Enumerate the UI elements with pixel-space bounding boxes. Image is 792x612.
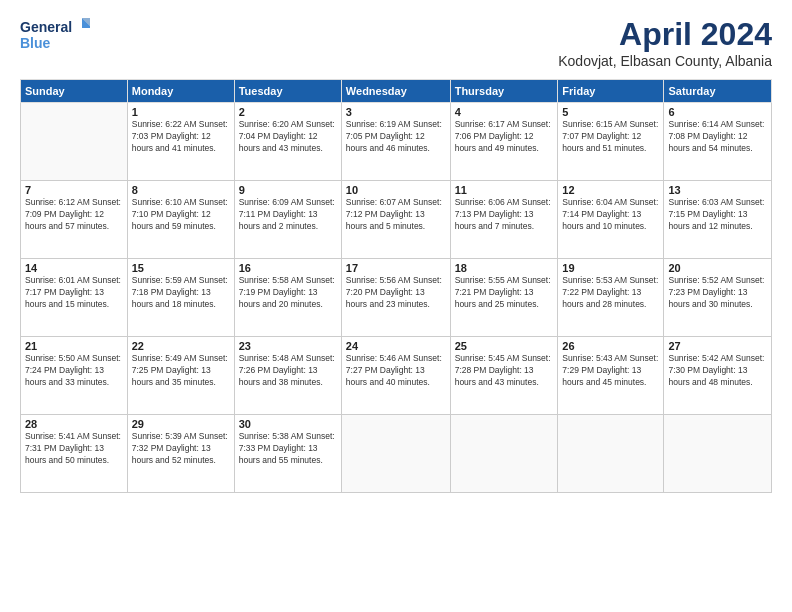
day-number: 13 (668, 184, 767, 196)
day-info: Sunrise: 5:59 AM Sunset: 7:18 PM Dayligh… (132, 275, 230, 311)
calendar-day-cell: 27Sunrise: 5:42 AM Sunset: 7:30 PM Dayli… (664, 337, 772, 415)
calendar-day-cell: 11Sunrise: 6:06 AM Sunset: 7:13 PM Dayli… (450, 181, 558, 259)
calendar-day-cell: 9Sunrise: 6:09 AM Sunset: 7:11 PM Daylig… (234, 181, 341, 259)
day-number: 7 (25, 184, 123, 196)
calendar-day-cell: 2Sunrise: 6:20 AM Sunset: 7:04 PM Daylig… (234, 103, 341, 181)
day-info: Sunrise: 6:04 AM Sunset: 7:14 PM Dayligh… (562, 197, 659, 233)
day-number: 6 (668, 106, 767, 118)
day-info: Sunrise: 6:09 AM Sunset: 7:11 PM Dayligh… (239, 197, 337, 233)
day-info: Sunrise: 6:12 AM Sunset: 7:09 PM Dayligh… (25, 197, 123, 233)
calendar-day-cell: 6Sunrise: 6:14 AM Sunset: 7:08 PM Daylig… (664, 103, 772, 181)
calendar-day-cell (21, 103, 128, 181)
day-info: Sunrise: 6:03 AM Sunset: 7:15 PM Dayligh… (668, 197, 767, 233)
day-info: Sunrise: 5:38 AM Sunset: 7:33 PM Dayligh… (239, 431, 337, 467)
weekday-header: Sunday (21, 80, 128, 103)
weekday-header: Friday (558, 80, 664, 103)
logo: General Blue (20, 16, 90, 56)
calendar-day-cell: 21Sunrise: 5:50 AM Sunset: 7:24 PM Dayli… (21, 337, 128, 415)
day-number: 28 (25, 418, 123, 430)
calendar-day-cell: 30Sunrise: 5:38 AM Sunset: 7:33 PM Dayli… (234, 415, 341, 493)
calendar-body: 1Sunrise: 6:22 AM Sunset: 7:03 PM Daylig… (21, 103, 772, 493)
day-number: 21 (25, 340, 123, 352)
calendar-header: SundayMondayTuesdayWednesdayThursdayFrid… (21, 80, 772, 103)
day-info: Sunrise: 6:01 AM Sunset: 7:17 PM Dayligh… (25, 275, 123, 311)
svg-text:Blue: Blue (20, 35, 51, 51)
calendar-day-cell: 17Sunrise: 5:56 AM Sunset: 7:20 PM Dayli… (341, 259, 450, 337)
calendar-day-cell (558, 415, 664, 493)
calendar-day-cell: 1Sunrise: 6:22 AM Sunset: 7:03 PM Daylig… (127, 103, 234, 181)
day-number: 11 (455, 184, 554, 196)
calendar-week-row: 28Sunrise: 5:41 AM Sunset: 7:31 PM Dayli… (21, 415, 772, 493)
day-number: 29 (132, 418, 230, 430)
header: General Blue April 2024 Kodovjat, Elbasa… (20, 16, 772, 69)
month-title: April 2024 (558, 16, 772, 53)
day-number: 20 (668, 262, 767, 274)
day-info: Sunrise: 6:15 AM Sunset: 7:07 PM Dayligh… (562, 119, 659, 155)
day-number: 16 (239, 262, 337, 274)
day-info: Sunrise: 6:06 AM Sunset: 7:13 PM Dayligh… (455, 197, 554, 233)
calendar-week-row: 14Sunrise: 6:01 AM Sunset: 7:17 PM Dayli… (21, 259, 772, 337)
svg-text:General: General (20, 19, 72, 35)
day-number: 10 (346, 184, 446, 196)
day-info: Sunrise: 5:56 AM Sunset: 7:20 PM Dayligh… (346, 275, 446, 311)
day-info: Sunrise: 5:43 AM Sunset: 7:29 PM Dayligh… (562, 353, 659, 389)
calendar-day-cell: 7Sunrise: 6:12 AM Sunset: 7:09 PM Daylig… (21, 181, 128, 259)
calendar-day-cell: 5Sunrise: 6:15 AM Sunset: 7:07 PM Daylig… (558, 103, 664, 181)
day-info: Sunrise: 6:10 AM Sunset: 7:10 PM Dayligh… (132, 197, 230, 233)
day-number: 15 (132, 262, 230, 274)
day-info: Sunrise: 6:14 AM Sunset: 7:08 PM Dayligh… (668, 119, 767, 155)
day-info: Sunrise: 5:58 AM Sunset: 7:19 PM Dayligh… (239, 275, 337, 311)
calendar-day-cell: 13Sunrise: 6:03 AM Sunset: 7:15 PM Dayli… (664, 181, 772, 259)
header-row: SundayMondayTuesdayWednesdayThursdayFrid… (21, 80, 772, 103)
day-info: Sunrise: 5:55 AM Sunset: 7:21 PM Dayligh… (455, 275, 554, 311)
day-number: 19 (562, 262, 659, 274)
calendar-day-cell: 29Sunrise: 5:39 AM Sunset: 7:32 PM Dayli… (127, 415, 234, 493)
calendar-day-cell: 8Sunrise: 6:10 AM Sunset: 7:10 PM Daylig… (127, 181, 234, 259)
logo-svg: General Blue (20, 16, 90, 56)
weekday-header: Saturday (664, 80, 772, 103)
day-number: 2 (239, 106, 337, 118)
day-info: Sunrise: 6:20 AM Sunset: 7:04 PM Dayligh… (239, 119, 337, 155)
day-number: 8 (132, 184, 230, 196)
calendar-week-row: 21Sunrise: 5:50 AM Sunset: 7:24 PM Dayli… (21, 337, 772, 415)
calendar-day-cell: 3Sunrise: 6:19 AM Sunset: 7:05 PM Daylig… (341, 103, 450, 181)
weekday-header: Thursday (450, 80, 558, 103)
calendar-day-cell: 26Sunrise: 5:43 AM Sunset: 7:29 PM Dayli… (558, 337, 664, 415)
weekday-header: Wednesday (341, 80, 450, 103)
day-number: 25 (455, 340, 554, 352)
day-number: 3 (346, 106, 446, 118)
calendar-day-cell: 10Sunrise: 6:07 AM Sunset: 7:12 PM Dayli… (341, 181, 450, 259)
day-info: Sunrise: 5:46 AM Sunset: 7:27 PM Dayligh… (346, 353, 446, 389)
calendar-week-row: 1Sunrise: 6:22 AM Sunset: 7:03 PM Daylig… (21, 103, 772, 181)
day-number: 9 (239, 184, 337, 196)
calendar-week-row: 7Sunrise: 6:12 AM Sunset: 7:09 PM Daylig… (21, 181, 772, 259)
day-number: 1 (132, 106, 230, 118)
title-area: April 2024 Kodovjat, Elbasan County, Alb… (558, 16, 772, 69)
day-number: 30 (239, 418, 337, 430)
day-number: 17 (346, 262, 446, 274)
day-info: Sunrise: 6:22 AM Sunset: 7:03 PM Dayligh… (132, 119, 230, 155)
calendar-day-cell (664, 415, 772, 493)
location-title: Kodovjat, Elbasan County, Albania (558, 53, 772, 69)
calendar-day-cell: 12Sunrise: 6:04 AM Sunset: 7:14 PM Dayli… (558, 181, 664, 259)
calendar-table: SundayMondayTuesdayWednesdayThursdayFrid… (20, 79, 772, 493)
calendar-day-cell: 28Sunrise: 5:41 AM Sunset: 7:31 PM Dayli… (21, 415, 128, 493)
day-info: Sunrise: 5:41 AM Sunset: 7:31 PM Dayligh… (25, 431, 123, 467)
day-info: Sunrise: 5:48 AM Sunset: 7:26 PM Dayligh… (239, 353, 337, 389)
calendar-day-cell: 18Sunrise: 5:55 AM Sunset: 7:21 PM Dayli… (450, 259, 558, 337)
calendar-day-cell: 24Sunrise: 5:46 AM Sunset: 7:27 PM Dayli… (341, 337, 450, 415)
day-info: Sunrise: 5:39 AM Sunset: 7:32 PM Dayligh… (132, 431, 230, 467)
day-info: Sunrise: 5:42 AM Sunset: 7:30 PM Dayligh… (668, 353, 767, 389)
day-info: Sunrise: 6:07 AM Sunset: 7:12 PM Dayligh… (346, 197, 446, 233)
calendar-day-cell (341, 415, 450, 493)
day-number: 26 (562, 340, 659, 352)
calendar-day-cell (450, 415, 558, 493)
day-info: Sunrise: 6:19 AM Sunset: 7:05 PM Dayligh… (346, 119, 446, 155)
day-number: 27 (668, 340, 767, 352)
day-number: 5 (562, 106, 659, 118)
calendar-day-cell: 19Sunrise: 5:53 AM Sunset: 7:22 PM Dayli… (558, 259, 664, 337)
calendar-day-cell: 4Sunrise: 6:17 AM Sunset: 7:06 PM Daylig… (450, 103, 558, 181)
calendar-day-cell: 20Sunrise: 5:52 AM Sunset: 7:23 PM Dayli… (664, 259, 772, 337)
calendar-day-cell: 22Sunrise: 5:49 AM Sunset: 7:25 PM Dayli… (127, 337, 234, 415)
day-number: 22 (132, 340, 230, 352)
